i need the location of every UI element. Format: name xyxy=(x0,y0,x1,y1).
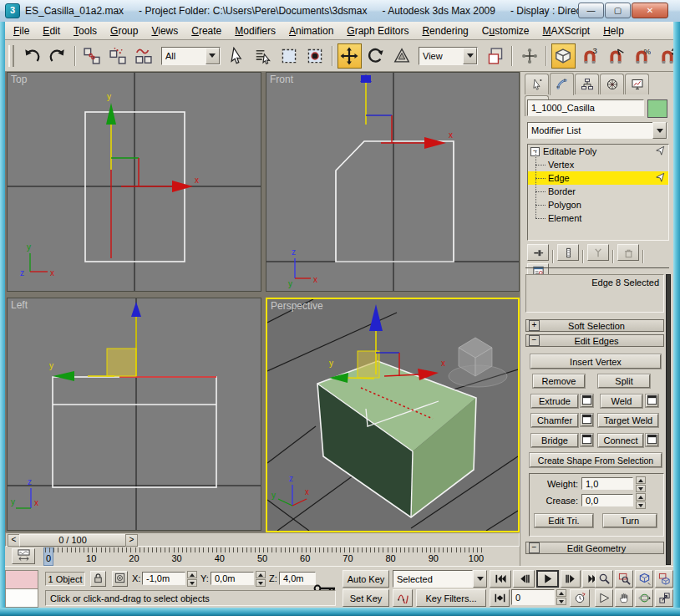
previous-frame-button[interactable] xyxy=(513,570,535,588)
key-filters-button[interactable]: Key Filters... xyxy=(416,589,486,607)
connect-settings-button[interactable] xyxy=(646,434,658,446)
arc-rotate-button[interactable] xyxy=(635,589,653,607)
select-by-name-icon[interactable] xyxy=(251,43,276,69)
percent-snap-magnet-icon[interactable]: % xyxy=(629,43,653,69)
go-to-start-button[interactable] xyxy=(490,570,511,588)
weld-settings-button[interactable] xyxy=(646,395,658,407)
y-coord-field[interactable]: 0,0m xyxy=(211,572,254,585)
expand-icon[interactable]: + xyxy=(529,320,540,331)
minimize-button[interactable]: — xyxy=(578,3,604,18)
redo-icon[interactable] xyxy=(46,43,70,69)
select-and-manipulate-icon[interactable] xyxy=(517,43,541,69)
chevron-down-icon[interactable] xyxy=(463,48,477,64)
remove-modifier-button[interactable] xyxy=(617,244,639,261)
crease-field[interactable]: 0,0 xyxy=(581,494,633,507)
menu-animation[interactable]: Animation xyxy=(282,23,340,38)
snap-3d-magnet-icon[interactable]: 3 xyxy=(577,43,601,69)
edit-edges-rollout[interactable]: − Edit Edges xyxy=(525,334,664,347)
selection-lock-button[interactable] xyxy=(90,571,106,587)
close-button[interactable]: ✕ xyxy=(632,3,668,18)
edit-tri-button[interactable]: Edit Tri. xyxy=(535,514,593,527)
stack-item-element[interactable]: Element xyxy=(528,211,668,225)
connect-button[interactable]: Connect xyxy=(598,434,643,447)
min-max-toggle-button[interactable] xyxy=(655,589,673,607)
select-and-link-icon[interactable] xyxy=(80,43,104,69)
track-bar[interactable]: 0102030405060708090100 xyxy=(5,547,520,567)
zoom-extents-all-button[interactable] xyxy=(655,570,673,588)
frame-spinner[interactable] xyxy=(556,589,566,605)
weight-field[interactable]: 1,0 xyxy=(581,477,633,490)
modify-tab[interactable] xyxy=(550,73,574,95)
weld-button[interactable]: Weld xyxy=(601,395,642,408)
show-end-result-button[interactable] xyxy=(557,244,579,261)
split-button[interactable]: Split xyxy=(598,374,650,388)
menu-create[interactable]: Create xyxy=(185,23,228,38)
menu-rendering[interactable]: Rendering xyxy=(415,23,474,38)
soft-selection-rollout[interactable]: + Soft Selection xyxy=(525,319,664,332)
toolbar-drag-handle[interactable] xyxy=(8,45,14,67)
menu-group[interactable]: Group xyxy=(104,23,145,38)
play-button[interactable] xyxy=(536,570,559,588)
menu-views[interactable]: Views xyxy=(145,23,185,38)
chevron-down-icon[interactable] xyxy=(473,570,487,588)
rectangular-selection-region-icon[interactable] xyxy=(277,43,302,69)
menu-edit[interactable]: Edit xyxy=(36,23,67,38)
viewport-label[interactable]: Front xyxy=(270,74,293,85)
key-mode-toggle-button[interactable] xyxy=(490,589,510,607)
set-key-button[interactable]: Set Key xyxy=(343,589,389,607)
object-color-swatch[interactable] xyxy=(647,99,667,118)
scene-object-box[interactable] xyxy=(317,361,476,517)
viewport-perspective[interactable]: Perspective xyxy=(266,298,520,532)
auto-key-button[interactable]: Auto Key xyxy=(343,570,389,588)
z-coord-field[interactable]: 4,0m xyxy=(279,572,316,585)
insert-vertex-button[interactable]: Insert Vertex xyxy=(530,354,661,369)
field-of-view-button[interactable] xyxy=(595,589,613,607)
panel-scrollbar[interactable] xyxy=(666,274,671,565)
mini-curve-editor-button[interactable] xyxy=(12,548,35,564)
stack-item-edge[interactable]: Edge xyxy=(528,171,668,185)
modifier-list-dropdown[interactable]: Modifier List xyxy=(527,122,667,139)
chamfer-settings-button[interactable] xyxy=(581,414,593,426)
use-pivot-point-center-icon[interactable] xyxy=(483,43,507,69)
time-slider-handle[interactable]: 0 / 100 xyxy=(19,534,126,547)
create-tab[interactable] xyxy=(525,74,549,94)
x-coord-field[interactable]: -1,0m xyxy=(142,572,185,585)
viewport-top[interactable]: Top y x y x z xyxy=(7,72,261,292)
key-mode-button[interactable] xyxy=(393,589,413,607)
zoom-extents-button[interactable] xyxy=(635,570,653,588)
select-object-icon[interactable] xyxy=(226,43,250,69)
chamfer-button[interactable]: Chamfer xyxy=(531,414,578,427)
select-and-move-icon[interactable] xyxy=(337,43,362,69)
stack-item-border[interactable]: Border xyxy=(528,185,668,198)
x-coord-spinner[interactable] xyxy=(187,571,197,587)
object-name-field[interactable]: 1_1000_Casilla xyxy=(527,99,644,116)
previous-frame-arrow[interactable]: < xyxy=(8,534,20,547)
weight-spinner[interactable] xyxy=(636,476,646,492)
stack-item-polygon[interactable]: Polygon xyxy=(528,198,668,211)
time-configuration-button[interactable] xyxy=(570,589,590,607)
pan-button[interactable] xyxy=(615,589,633,607)
menu-customize[interactable]: Customize xyxy=(475,23,536,38)
display-tab[interactable] xyxy=(625,74,649,94)
hierarchy-tab[interactable] xyxy=(575,74,599,94)
edit-geometry-rollout[interactable]: − Edit Geometry xyxy=(525,542,664,554)
menu-help[interactable]: Help xyxy=(596,23,631,38)
menu-maxscript[interactable]: MAXScript xyxy=(536,23,597,38)
next-frame-arrow[interactable]: > xyxy=(125,534,138,547)
extrude-button[interactable]: Extrude xyxy=(531,395,578,408)
remove-button[interactable]: Remove xyxy=(533,374,585,388)
undo-icon[interactable] xyxy=(20,43,44,69)
turn-button[interactable]: Turn xyxy=(603,514,657,527)
zoom-all-button[interactable] xyxy=(615,570,633,588)
motion-tab[interactable] xyxy=(600,74,624,94)
menu-modifiers[interactable]: Modifiers xyxy=(228,23,282,38)
menu-graph-editors[interactable]: Graph Editors xyxy=(340,23,415,38)
make-unique-button[interactable] xyxy=(587,244,609,261)
menu-tools[interactable]: Tools xyxy=(67,23,104,38)
pin-stack-button[interactable] xyxy=(527,244,549,261)
time-slider[interactable]: < 0 / 100 > xyxy=(5,532,520,547)
chevron-down-icon[interactable] xyxy=(206,48,220,64)
select-and-rotate-icon[interactable] xyxy=(363,43,388,69)
menu-file[interactable]: File xyxy=(7,23,36,38)
bind-to-space-warp-icon[interactable] xyxy=(132,43,156,69)
